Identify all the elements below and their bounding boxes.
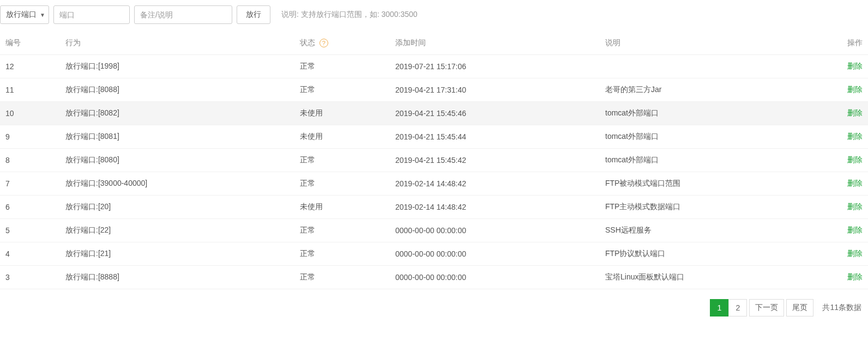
table-row: 4放行端口:[21]正常0000-00-00 00:00:00FTP协议默认端口… (0, 242, 868, 266)
header-status-label: 状态 (300, 38, 315, 47)
cell-status: 正常 (294, 266, 390, 289)
cell-action: 放行端口:[21] (60, 242, 294, 266)
table-header-row: 编号 行为 状态 ? 添加时间 说明 操作 (0, 32, 868, 55)
cell-time: 2019-02-14 14:48:42 (390, 172, 600, 196)
delete-link[interactable]: 删除 (847, 179, 863, 187)
table-row: 6放行端口:[20]未使用2019-02-14 14:48:42FTP主动模式数… (0, 196, 868, 219)
pager-last[interactable]: 尾页 (786, 299, 813, 317)
pager-next[interactable]: 下一页 (749, 299, 784, 317)
delete-link[interactable]: 删除 (847, 108, 863, 117)
table-row: 8放行端口:[8080]正常2019-04-21 15:45:42tomcat外… (0, 149, 868, 172)
delete-link[interactable]: 删除 (847, 226, 863, 234)
cell-desc: tomcat外部端口 (600, 125, 835, 149)
cell-status: 未使用 (294, 125, 390, 149)
cell-time: 0000-00-00 00:00:00 (390, 266, 600, 289)
cell-time: 0000-00-00 00:00:00 (390, 242, 600, 266)
submit-button[interactable]: 放行 (237, 5, 270, 24)
table-row: 10放行端口:[8082]未使用2019-04-21 15:45:46tomca… (0, 102, 868, 125)
cell-action: 放行端口:[8888] (60, 266, 294, 289)
cell-action: 放行端口:[8082] (60, 102, 294, 125)
cell-desc: 老哥的第三方Jar (600, 78, 835, 102)
cell-desc: FTP主动模式数据端口 (600, 196, 835, 219)
cell-desc: tomcat外部端口 (600, 102, 835, 125)
cell-id: 11 (0, 78, 60, 102)
cell-time: 0000-00-00 00:00:00 (390, 219, 600, 242)
cell-id: 8 (0, 149, 60, 172)
cell-action: 放行端口:[8088] (60, 78, 294, 102)
action-type-select[interactable]: 放行端口 ▼ (0, 5, 49, 24)
cell-op: 删除 (835, 219, 868, 242)
cell-op: 删除 (835, 172, 868, 196)
header-op: 操作 (835, 32, 868, 55)
cell-action: 放行端口:[8080] (60, 149, 294, 172)
cell-action: 放行端口:[8081] (60, 125, 294, 149)
header-status: 状态 ? (294, 32, 390, 55)
cell-id: 7 (0, 172, 60, 196)
cell-desc: tomcat外部端口 (600, 149, 835, 172)
table-row: 12放行端口:[1998]正常2019-07-21 15:17:06删除 (0, 55, 868, 78)
delete-link[interactable]: 删除 (847, 132, 863, 141)
pager-page-2[interactable]: 2 (728, 299, 747, 317)
cell-op: 删除 (835, 102, 868, 125)
cell-id: 3 (0, 266, 60, 289)
toolbar: 放行端口 ▼ 放行 说明: 支持放行端口范围，如: 3000:3500 (0, 0, 868, 32)
header-action: 行为 (60, 32, 294, 55)
hint-text: 说明: 支持放行端口范围，如: 3000:3500 (281, 10, 418, 20)
cell-desc: FTP被动模式端口范围 (600, 172, 835, 196)
pager-page-1[interactable]: 1 (710, 299, 728, 317)
cell-id: 6 (0, 196, 60, 219)
cell-status: 正常 (294, 172, 390, 196)
cell-op: 删除 (835, 242, 868, 266)
cell-op: 删除 (835, 149, 868, 172)
cell-time: 2019-04-21 15:45:44 (390, 125, 600, 149)
delete-link[interactable]: 删除 (847, 272, 863, 281)
delete-link[interactable]: 删除 (847, 62, 863, 70)
cell-time: 2019-02-14 14:48:42 (390, 196, 600, 219)
cell-id: 4 (0, 242, 60, 266)
delete-link[interactable]: 删除 (847, 155, 863, 164)
pagination: 12 下一页 尾页 共11条数据 (0, 289, 868, 326)
cell-status: 正常 (294, 219, 390, 242)
table-row: 11放行端口:[8088]正常2019-04-21 17:31:40老哥的第三方… (0, 78, 868, 102)
cell-op: 删除 (835, 196, 868, 219)
cell-time: 2019-04-21 17:31:40 (390, 78, 600, 102)
cell-status: 正常 (294, 78, 390, 102)
cell-op: 删除 (835, 266, 868, 289)
firewall-table: 编号 行为 状态 ? 添加时间 说明 操作 12放行端口:[1998]正常201… (0, 32, 868, 289)
cell-action: 放行端口:[1998] (60, 55, 294, 78)
header-desc: 说明 (600, 32, 835, 55)
cell-desc: SSH远程服务 (600, 219, 835, 242)
cell-desc: 宝塔Linux面板默认端口 (600, 266, 835, 289)
cell-status: 未使用 (294, 196, 390, 219)
header-id: 编号 (0, 32, 60, 55)
cell-desc: FTP协议默认端口 (600, 242, 835, 266)
cell-status: 正常 (294, 242, 390, 266)
cell-status: 正常 (294, 55, 390, 78)
cell-time: 2019-04-21 15:45:42 (390, 149, 600, 172)
cell-id: 9 (0, 125, 60, 149)
cell-id: 10 (0, 102, 60, 125)
cell-desc (600, 55, 835, 78)
help-icon[interactable]: ? (320, 39, 328, 47)
table-row: 9放行端口:[8081]未使用2019-04-21 15:45:44tomcat… (0, 125, 868, 149)
header-time: 添加时间 (390, 32, 600, 55)
cell-time: 2019-04-21 15:45:46 (390, 102, 600, 125)
delete-link[interactable]: 删除 (847, 249, 863, 258)
cell-action: 放行端口:[20] (60, 196, 294, 219)
cell-id: 12 (0, 55, 60, 78)
cell-op: 删除 (835, 78, 868, 102)
pager-total: 共11条数据 (816, 303, 868, 313)
cell-op: 删除 (835, 125, 868, 149)
table-row: 3放行端口:[8888]正常0000-00-00 00:00:00宝塔Linux… (0, 266, 868, 289)
caret-down-icon: ▼ (40, 12, 45, 18)
cell-action: 放行端口:[22] (60, 219, 294, 242)
delete-link[interactable]: 删除 (847, 202, 863, 211)
table-row: 7放行端口:[39000-40000]正常2019-02-14 14:48:42… (0, 172, 868, 196)
table-row: 5放行端口:[22]正常0000-00-00 00:00:00SSH远程服务删除 (0, 219, 868, 242)
memo-input[interactable] (134, 5, 232, 24)
cell-action: 放行端口:[39000-40000] (60, 172, 294, 196)
delete-link[interactable]: 删除 (847, 85, 863, 94)
cell-op: 删除 (835, 55, 868, 78)
port-input[interactable] (53, 5, 130, 24)
cell-time: 2019-07-21 15:17:06 (390, 55, 600, 78)
